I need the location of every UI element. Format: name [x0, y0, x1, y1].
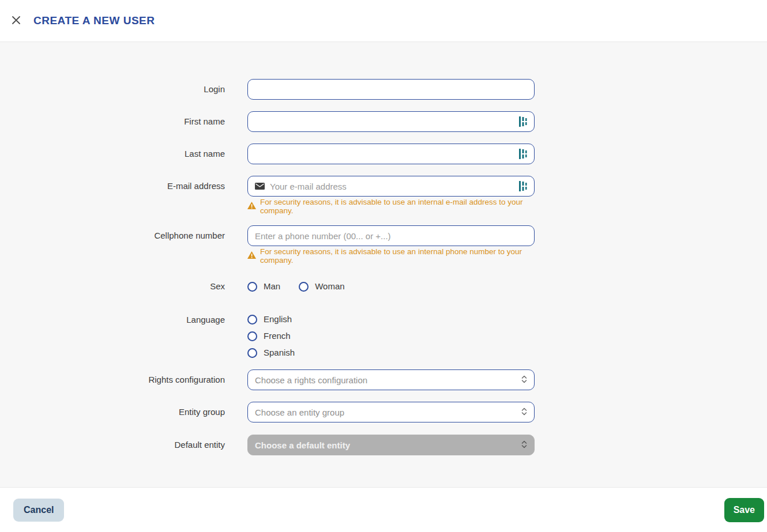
form-row-email: E-mail address For security reasons, it	[0, 176, 767, 212]
radio-woman-label[interactable]: Woman	[315, 281, 344, 292]
email-input[interactable]	[270, 182, 514, 191]
radio-spanish-label[interactable]: Spanish	[264, 348, 295, 358]
chevron-up-down-icon	[521, 375, 527, 386]
email-label: E-mail address	[0, 176, 225, 192]
last-name-input-wrap	[247, 144, 535, 164]
radio-french[interactable]	[247, 331, 257, 341]
form-row-default-entity: Default entity Choose a default entity	[0, 435, 767, 455]
save-button[interactable]: Save	[724, 498, 764, 522]
rights-configuration-placeholder: Choose a rights configuration	[255, 375, 367, 385]
email-warning-text: For security reasons, it is advisable to…	[260, 198, 535, 215]
radio-french-label[interactable]: French	[264, 331, 291, 341]
radio-option-spanish[interactable]: Spanish	[247, 348, 535, 358]
radio-man[interactable]	[247, 282, 257, 292]
radio-option-man[interactable]: Man	[247, 281, 280, 292]
chevron-up-down-icon	[521, 407, 527, 418]
page-title: CREATE A NEW USER	[33, 14, 155, 27]
last-name-label: Last name	[0, 144, 225, 160]
form-body: Login First name Last name	[0, 42, 767, 487]
radio-english-label[interactable]: English	[264, 314, 292, 325]
first-name-input[interactable]	[255, 117, 514, 127]
rights-configuration-label: Rights configuration	[0, 369, 225, 386]
cellphone-input-wrap	[247, 225, 535, 246]
radio-option-english[interactable]: English	[247, 314, 535, 325]
radio-woman[interactable]	[299, 282, 309, 292]
cellphone-warning: For security reasons, it is advisable to…	[247, 251, 535, 261]
close-button[interactable]	[9, 14, 23, 28]
radio-english[interactable]	[247, 315, 257, 325]
form-row-first-name: First name	[0, 111, 767, 132]
first-name-label: First name	[0, 111, 225, 127]
radio-option-woman[interactable]: Woman	[299, 281, 344, 292]
teal-bars-icon	[519, 149, 527, 159]
login-input[interactable]	[255, 85, 527, 95]
modal-header: CREATE A NEW USER	[0, 0, 767, 42]
first-name-input-wrap	[247, 111, 535, 132]
form-row-language: Language English French Spanish	[0, 314, 767, 358]
teal-bars-icon	[519, 181, 527, 191]
warning-triangle-icon	[247, 251, 256, 261]
cellphone-label: Cellphone number	[0, 225, 225, 242]
cellphone-input[interactable]	[255, 231, 527, 241]
email-input-wrap	[247, 176, 535, 197]
form-row-sex: Sex Man Woman	[0, 281, 767, 292]
create-user-modal: CREATE A NEW USER Login First name	[0, 0, 767, 532]
default-entity-placeholder: Choose a default entity	[255, 440, 350, 450]
email-warning: For security reasons, it is advisable to…	[247, 201, 535, 212]
cancel-button[interactable]: Cancel	[13, 499, 64, 522]
form-row-cellphone: Cellphone number For security reasons, i…	[0, 225, 767, 261]
default-entity-select: Choose a default entity	[247, 435, 535, 455]
login-input-wrap	[247, 79, 535, 100]
sex-label: Sex	[0, 281, 225, 292]
form-row-rights-configuration: Rights configuration Choose a rights con…	[0, 369, 767, 390]
language-label: Language	[0, 314, 225, 326]
radio-spanish[interactable]	[247, 348, 257, 358]
form-row-entity-group: Entity group Choose an entity group	[0, 402, 767, 422]
login-label: Login	[0, 79, 225, 95]
modal-footer: Cancel Save	[0, 487, 767, 532]
language-radio-group: English French Spanish	[247, 314, 535, 358]
teal-bars-icon	[519, 116, 527, 127]
rights-configuration-select[interactable]: Choose a rights configuration	[247, 369, 535, 390]
last-name-input[interactable]	[255, 149, 514, 159]
entity-group-select[interactable]: Choose an entity group	[247, 402, 535, 422]
entity-group-label: Entity group	[0, 402, 225, 418]
warning-triangle-icon	[247, 202, 256, 211]
radio-option-french[interactable]: French	[247, 331, 535, 341]
form-row-login: Login	[0, 79, 767, 100]
close-icon	[11, 15, 21, 27]
envelope-icon	[255, 183, 265, 190]
entity-group-placeholder: Choose an entity group	[255, 408, 344, 417]
chevron-up-down-icon	[521, 440, 527, 451]
cellphone-warning-text: For security reasons, it is advisable to…	[260, 247, 535, 265]
sex-radio-group: Man Woman	[247, 281, 535, 292]
default-entity-label: Default entity	[0, 435, 225, 451]
form-row-last-name: Last name	[0, 144, 767, 164]
radio-man-label[interactable]: Man	[264, 281, 280, 292]
